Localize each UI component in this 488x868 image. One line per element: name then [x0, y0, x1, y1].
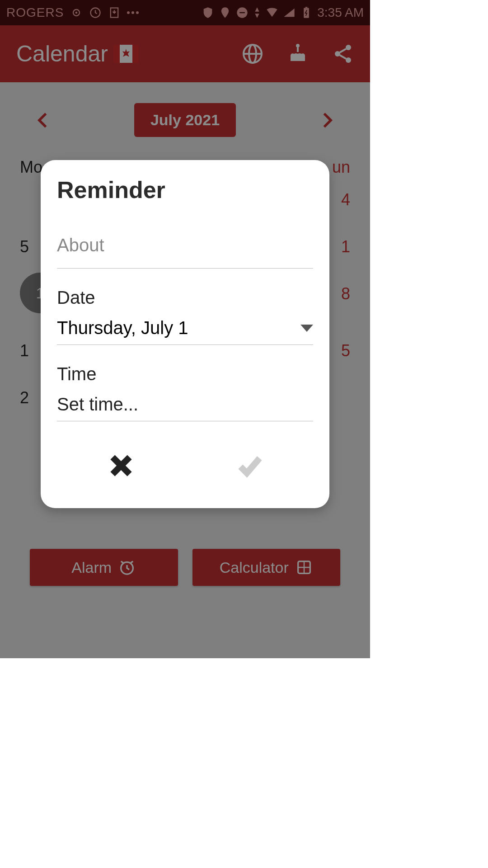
- date-label: Date: [57, 288, 313, 308]
- chevron-down-icon: [300, 325, 313, 332]
- close-icon: [108, 453, 134, 478]
- check-icon: [236, 453, 262, 478]
- time-picker[interactable]: Set time...: [57, 384, 313, 421]
- time-value: Set time...: [57, 394, 138, 414]
- time-label: Time: [57, 364, 313, 384]
- about-input[interactable]: [57, 231, 313, 269]
- date-value: Thursday, July 1: [57, 318, 188, 338]
- confirm-button[interactable]: [236, 453, 262, 478]
- date-dropdown[interactable]: Thursday, July 1: [57, 308, 313, 345]
- reminder-dialog: Reminder Date Thursday, July 1 Time Set …: [41, 160, 329, 508]
- dialog-title: Reminder: [57, 176, 313, 203]
- cancel-button[interactable]: [108, 453, 134, 478]
